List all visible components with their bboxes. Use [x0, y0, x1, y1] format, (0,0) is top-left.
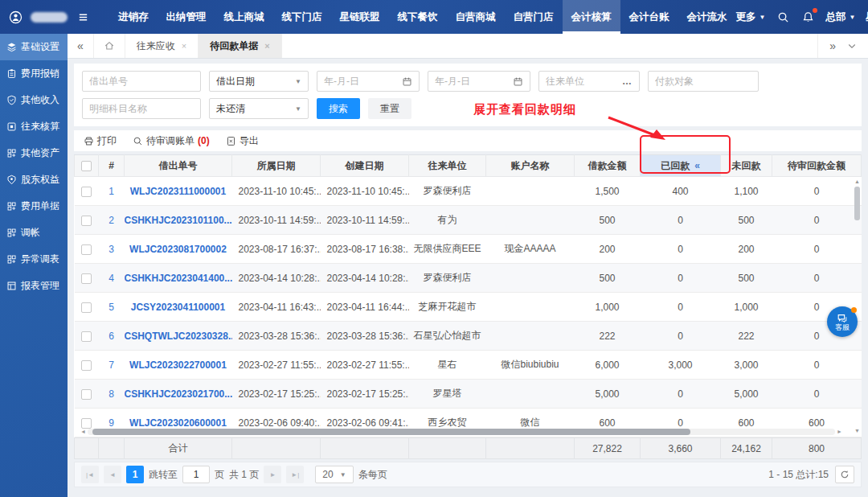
select-all-checkbox[interactable] — [81, 161, 92, 171]
pending-audit-button[interactable]: 待审调账单(0) — [133, 134, 210, 148]
doc-no-link[interactable]: WLJC2023081700002 — [125, 235, 232, 264]
row-checkbox[interactable] — [81, 302, 92, 313]
loan-no-input[interactable] — [82, 71, 201, 92]
pay-target-input[interactable] — [648, 71, 759, 92]
close-icon[interactable]: × — [264, 41, 269, 51]
reset-button[interactable]: 重置 — [368, 98, 411, 119]
row-checkbox[interactable] — [81, 187, 92, 197]
row-index[interactable]: 2 — [99, 206, 125, 235]
sidebar-item-异常调表[interactable]: 异常调表 — [0, 246, 68, 273]
topnav-item-线下门店[interactable]: 线下门店 — [273, 0, 331, 34]
export-button[interactable]: 导出 — [226, 134, 259, 148]
page-size-select[interactable]: 20 ▼ — [315, 466, 353, 483]
print-button[interactable]: 打印 — [84, 134, 117, 148]
ellipsis-picker-icon[interactable]: … — [622, 76, 633, 87]
hamburger-menu-icon[interactable] — [76, 10, 90, 24]
scroll-up-icon[interactable]: ▲ — [854, 179, 860, 185]
home-tab-icon[interactable] — [93, 34, 125, 58]
repay-status-select[interactable]: 未还清 ▼ — [209, 98, 309, 119]
notifications-bell-icon[interactable] — [800, 10, 815, 24]
close-icon[interactable]: × — [182, 41, 186, 51]
jump-page-input[interactable] — [182, 466, 210, 483]
topnav-item-星链联盟[interactable]: 星链联盟 — [331, 0, 389, 34]
totals-repaid-amount: 3,660 — [641, 438, 721, 459]
scroll-left-icon[interactable]: ◄ — [79, 429, 88, 434]
collapse-column-icon[interactable]: « — [694, 160, 700, 171]
next-page-button[interactable]: ► — [264, 466, 281, 483]
topnav-item-线上商城[interactable]: 线上商城 — [215, 0, 273, 34]
horizontal-scroll-thumb[interactable] — [92, 429, 690, 435]
date-type-select[interactable]: 借出日期 ▼ — [209, 71, 309, 92]
sidebar-item-其他资产[interactable]: 其他资产 — [0, 140, 68, 166]
first-page-button[interactable]: |◄ — [81, 466, 99, 483]
pagination-bar: |◄ ◄ 1 跳转至 页 共 1 页 ► ►| 20 ▼ 条每页 1 - 15 … — [74, 462, 862, 487]
scroll-down-icon[interactable]: ▼ — [854, 428, 860, 434]
current-page-button[interactable]: 1 — [126, 466, 144, 483]
topnav-item-自营商城[interactable]: 自营商城 — [447, 0, 505, 34]
row-index[interactable]: 8 — [99, 380, 125, 409]
row-index[interactable]: 7 — [99, 351, 125, 380]
row-checkbox[interactable] — [81, 331, 92, 342]
prev-page-button[interactable]: ◄ — [104, 466, 121, 483]
user-avatar-icon[interactable] — [8, 10, 23, 24]
sidebar-item-费用报销[interactable]: 费用报销 — [0, 60, 68, 87]
refresh-button[interactable] — [835, 466, 854, 483]
repaid-amount: 400 — [641, 177, 721, 206]
org-switcher[interactable]: 总部 ▼ — [825, 10, 855, 24]
topnav-item-会计台账[interactable]: 会计台账 — [620, 0, 678, 34]
sidebar-item-报表管理[interactable]: 报表管理 — [0, 273, 68, 299]
partner-picker[interactable]: 往来单位 … — [538, 71, 640, 92]
doc-no-link[interactable]: CSHKHJC2023101100... — [125, 206, 232, 235]
last-page-button[interactable]: ►| — [286, 466, 304, 483]
sidebar-item-调帐[interactable]: 调帐 — [0, 220, 68, 246]
doc-no-link[interactable]: CSHKHJC2023021700... — [125, 380, 232, 409]
doc-no-link[interactable]: CSHKHJC2023041400... — [125, 264, 232, 293]
topnav-item-会计核算[interactable]: 会计核算 — [563, 0, 620, 34]
sidebar-item-基础设置[interactable]: 基础设置 — [0, 34, 68, 60]
row-index[interactable]: 3 — [99, 235, 125, 264]
horizontal-scrollbar[interactable]: ◄ ► — [79, 428, 844, 435]
row-checkbox[interactable] — [81, 418, 92, 429]
topnav-item-线下餐饮[interactable]: 线下餐饮 — [389, 0, 447, 34]
tab-menu-chevron-icon[interactable] — [847, 41, 857, 51]
subject-name-input[interactable] — [82, 98, 201, 119]
topnav-item-出纳管理[interactable]: 出纳管理 — [158, 0, 215, 34]
horizontal-scroll-track[interactable] — [88, 429, 835, 435]
row-index[interactable]: 1 — [99, 177, 125, 206]
created-date: 2023-03-28 15:36:... — [321, 322, 409, 351]
totals-empty-cell — [486, 438, 575, 459]
expand-tabs-icon[interactable]: » — [829, 39, 836, 52]
more-menu[interactable]: 更多 ▼ — [736, 10, 766, 24]
row-checkbox[interactable] — [81, 360, 92, 371]
row-checkbox[interactable] — [81, 389, 92, 400]
sidebar-item-费用单据[interactable]: 费用单据 — [0, 193, 68, 220]
sidebar-item-往来核算[interactable]: 往来核算 — [0, 113, 68, 140]
doc-no-link[interactable]: JCSY2023041100001 — [125, 293, 232, 322]
row-checkbox[interactable] — [81, 216, 92, 226]
tab-往来应收[interactable]: 往来应收× — [125, 34, 199, 58]
topnav-item-进销存[interactable]: 进销存 — [109, 0, 158, 34]
row-index[interactable]: 6 — [99, 322, 125, 351]
topnav-item-自营门店[interactable]: 自营门店 — [505, 0, 563, 34]
account-name: 现金AAAAA — [486, 235, 575, 264]
search-button[interactable]: 搜索 — [317, 98, 360, 119]
sidebar-item-股东权益[interactable]: 股东权益 — [0, 166, 68, 193]
doc-no-link[interactable]: WLJC2023022700001 — [125, 351, 232, 380]
row-index[interactable]: 4 — [99, 264, 125, 293]
date-from-input[interactable]: 年-月-日 — [317, 71, 420, 92]
doc-no-link[interactable]: WLJC2023111000001 — [125, 177, 232, 206]
vertical-scrollbar[interactable]: ▲ ▼ — [854, 179, 861, 434]
collapse-tabs-icon[interactable]: « — [68, 39, 93, 52]
row-index[interactable]: 5 — [99, 293, 125, 322]
customer-service-button[interactable]: 客服 — [827, 306, 858, 337]
tab-待回款单据[interactable]: 待回款单据× — [199, 34, 281, 58]
date-to-input[interactable]: 年-月-日 — [428, 71, 530, 92]
sidebar-item-其他收入[interactable]: 其他收入 — [0, 87, 68, 113]
row-checkbox[interactable] — [81, 244, 92, 255]
topnav-item-会计流水[interactable]: 会计流水 — [678, 0, 736, 34]
doc-no-link[interactable]: CSHQTWLJC20230328... — [125, 322, 232, 351]
search-icon[interactable] — [776, 10, 790, 24]
scroll-right-icon[interactable]: ► — [835, 429, 844, 434]
row-checkbox[interactable] — [81, 273, 92, 284]
vertical-scroll-thumb[interactable] — [854, 187, 860, 220]
